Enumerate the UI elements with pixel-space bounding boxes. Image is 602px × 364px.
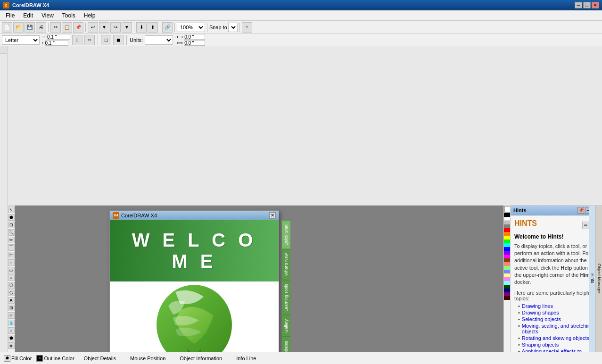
copy-button[interactable]: 📋 — [62, 22, 72, 33]
landscape-button[interactable]: ▭ — [84, 35, 95, 45]
page-size-dropdown[interactable]: Letter — [2, 35, 40, 45]
hints-pin-button[interactable]: 📌 — [577, 207, 584, 214]
blue-swatch[interactable] — [504, 247, 510, 251]
page-options-1[interactable]: ◻ — [101, 35, 111, 45]
light-cyan-swatch[interactable] — [504, 281, 510, 285]
menu-tools[interactable]: Tools — [58, 11, 79, 20]
text-tool[interactable]: A — [8, 297, 15, 304]
redo-button[interactable]: ↪ — [110, 22, 121, 33]
corel-connect[interactable]: 🔗 — [162, 22, 173, 33]
paste-button[interactable]: 📌 — [73, 22, 83, 33]
yellow-swatch[interactable] — [504, 236, 510, 240]
basic-shapes-tool[interactable]: ⬠ — [8, 290, 15, 296]
dark-red-swatch[interactable] — [504, 296, 510, 300]
polygon-tool[interactable]: ⬡ — [8, 282, 15, 289]
eyedropper-tool[interactable]: 💧 — [8, 320, 15, 326]
dark-green-swatch[interactable] — [504, 285, 510, 289]
tab-whats-new[interactable]: What's New — [282, 249, 290, 280]
export-button[interactable]: ⬆ — [148, 22, 158, 33]
hint-link-rotating-a[interactable]: Rotating and skewing objects — [522, 335, 589, 341]
snap-to-dropdown[interactable] — [228, 23, 238, 32]
gray-swatch[interactable] — [504, 224, 510, 228]
options-button[interactable]: ≡ — [242, 22, 252, 33]
interactive-fill-tool[interactable]: ◈ — [8, 342, 15, 349]
pink-swatch[interactable] — [504, 262, 510, 266]
new-button[interactable]: 📄 — [2, 22, 12, 33]
ruler-vertical — [0, 54, 8, 364]
close-button[interactable]: ✕ — [592, 2, 599, 8]
portrait-button[interactable]: ▯ — [72, 35, 82, 45]
white-swatch[interactable] — [504, 217, 510, 221]
undo-button[interactable]: ↩ — [88, 22, 98, 33]
x-coord-input[interactable] — [184, 34, 205, 40]
fill-tool[interactable]: ⬟ — [8, 335, 15, 341]
undo-dropdown[interactable]: ▼ — [99, 22, 109, 33]
outline-tool[interactable]: ○ — [8, 327, 15, 334]
hint-link-selecting-objects-a[interactable]: Selecting objects — [522, 316, 561, 322]
y-coord-input[interactable] — [184, 40, 205, 46]
crop-tool[interactable]: ⊡ — [8, 222, 15, 228]
minimize-button[interactable]: ─ — [575, 2, 582, 8]
menu-view[interactable]: View — [38, 11, 58, 20]
ellipse-tool[interactable]: ○ — [8, 274, 15, 281]
connector-tool[interactable]: ⌐ — [8, 259, 15, 266]
light-magenta-swatch[interactable] — [504, 277, 510, 281]
no-color-swatch[interactable] — [504, 206, 510, 213]
dimension-tool[interactable]: ⊢ — [8, 252, 15, 258]
magenta-swatch[interactable] — [504, 255, 510, 258]
rectangle-tool[interactable]: ▭ — [8, 267, 15, 273]
light-blue-swatch[interactable] — [504, 270, 510, 273]
maximize-button[interactable]: □ — [583, 2, 591, 8]
cut-button[interactable]: ✂ — [50, 22, 61, 33]
interactive-blend-tool[interactable]: ∞ — [8, 312, 15, 319]
tab-gallery[interactable]: Gallery — [282, 315, 290, 337]
table-tool[interactable]: ⊞ — [8, 305, 15, 311]
snap-to-label: Snap to — [209, 25, 227, 30]
zoom-tool[interactable]: 🔍 — [8, 229, 15, 236]
x-coord-label: ⟷ — [177, 34, 183, 39]
freehand-tool[interactable]: ✏ — [8, 237, 15, 243]
light-yellow-swatch[interactable] — [504, 273, 510, 277]
page-options-2[interactable]: ◼ — [113, 35, 124, 45]
open-button[interactable]: 📂 — [13, 22, 24, 33]
menu-edit[interactable]: Edit — [19, 11, 37, 20]
save-button[interactable]: 💾 — [25, 22, 35, 33]
shape-tool[interactable]: ⬟ — [8, 214, 15, 221]
orange-swatch[interactable] — [504, 232, 510, 236]
hint-link-drawing-lines-a[interactable]: Drawing lines — [522, 303, 553, 309]
dark-magenta-swatch[interactable] — [504, 292, 510, 296]
redo-dropdown[interactable]: ▼ — [122, 22, 132, 33]
hint-link-moving-a[interactable]: Moving, scaling, and stretching objects — [522, 323, 598, 334]
select-tool[interactable]: ↖ — [8, 207, 15, 213]
units-dropdown[interactable] — [145, 35, 173, 45]
red-swatch[interactable] — [504, 228, 510, 232]
object-manager-tab[interactable]: Object Manager — [595, 206, 602, 352]
hint-link-shaping-a[interactable]: Shaping objects — [522, 342, 559, 347]
property-bar: Letter ↔ ↕ ▯ ▭ ◻ ◼ Units: ⟷ — [0, 34, 602, 46]
canvas-area[interactable]: X4 CorelDRAW X4 ✕ W E L C O M E — [15, 206, 503, 364]
cyan-swatch[interactable] — [504, 243, 510, 247]
menu-file[interactable]: File — [2, 11, 18, 20]
outline-color-label: Outline Color — [44, 356, 74, 361]
print-button[interactable]: 🖨 — [36, 22, 46, 33]
width-input[interactable] — [47, 34, 70, 40]
info-line-label: Info Line — [236, 356, 256, 361]
height-input[interactable] — [45, 40, 68, 46]
tab-quick-start[interactable]: Quick Start — [282, 220, 290, 249]
hint-link-drawing-shapes-a[interactable]: Drawing shapes — [522, 310, 559, 315]
zoom-dropdown[interactable]: 100% — [177, 23, 205, 32]
black-swatch[interactable] — [504, 213, 510, 217]
menu-help[interactable]: Help — [80, 11, 99, 20]
hints-tab[interactable]: Hints — [589, 206, 595, 352]
green-swatch[interactable] — [504, 240, 510, 243]
light-green-swatch[interactable] — [504, 266, 510, 270]
import-button[interactable]: ⬇ — [136, 22, 147, 33]
brown-swatch[interactable] — [504, 258, 510, 262]
violet-swatch[interactable] — [504, 251, 510, 255]
dialog-close-button[interactable]: ✕ — [269, 212, 276, 219]
smart-draw-tool[interactable]: ⌒ — [8, 244, 15, 251]
color-palette — [503, 206, 510, 364]
silver-swatch[interactable] — [504, 221, 510, 224]
dark-blue-swatch[interactable] — [504, 289, 510, 292]
tab-learning-tools[interactable]: Learning Tools — [282, 280, 290, 315]
